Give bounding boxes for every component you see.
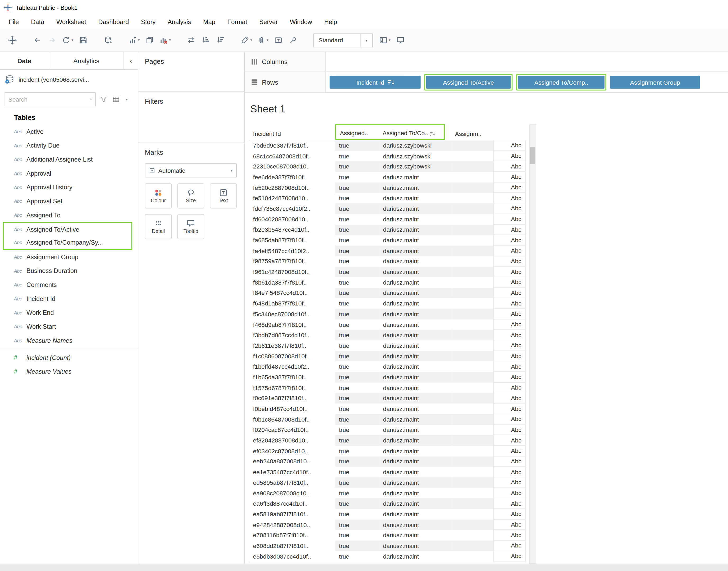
cell-assignment-group[interactable]: [451, 414, 493, 425]
cell-active[interactable]: true: [335, 551, 379, 562]
cell-active[interactable]: true: [335, 361, 379, 372]
cell-active[interactable]: true: [335, 520, 379, 530]
cell-assignment-group[interactable]: [451, 172, 493, 183]
show-mark-labels-button[interactable]: [271, 32, 285, 48]
menu-item[interactable]: Story: [135, 15, 161, 29]
cell-assignment-group[interactable]: [451, 266, 493, 277]
cell-company[interactable]: dariusz.maint: [379, 235, 451, 246]
cell-assignment-group[interactable]: [451, 467, 493, 477]
cell-assignment-group[interactable]: [451, 530, 493, 541]
field-item[interactable]: Abc Comments: [0, 278, 138, 292]
cell-measure[interactable]: Abc: [493, 446, 526, 456]
column-header-assigned-active[interactable]: Assigned..: [336, 130, 379, 139]
cell-measure[interactable]: Abc: [493, 541, 526, 551]
cell-assignment-group[interactable]: [451, 183, 493, 193]
size-button[interactable]: Size: [177, 184, 205, 209]
cell-assignment-group[interactable]: [451, 246, 493, 256]
cell-assignment-group[interactable]: [451, 361, 493, 372]
sort-descending-icon[interactable]: [388, 79, 394, 85]
cell-company[interactable]: dariusz.maint: [379, 435, 451, 446]
cell-assignment-group[interactable]: [451, 541, 493, 551]
cell-company[interactable]: dariusz.maint: [379, 541, 451, 551]
cell-active[interactable]: true: [335, 266, 379, 277]
menu-item[interactable]: Data: [25, 15, 50, 29]
cell-active[interactable]: true: [335, 225, 379, 235]
cell-incident-id[interactable]: fe520c2887008d10f..: [249, 183, 335, 193]
menu-item[interactable]: Dashboard: [92, 15, 135, 29]
cell-company[interactable]: dariusz.maint: [379, 404, 451, 414]
cell-incident-id[interactable]: e942842887008d10..: [249, 520, 335, 530]
cell-assignment-group[interactable]: [451, 225, 493, 235]
cell-measure[interactable]: Abc: [493, 330, 526, 340]
field-item[interactable]: Abc Work Start: [0, 320, 138, 334]
cell-company[interactable]: dariusz.maint: [379, 193, 451, 203]
cell-company[interactable]: dariusz.maint: [379, 288, 451, 298]
field-item[interactable]: Abc Assigned To/Company/Sy...: [4, 236, 131, 249]
cell-company[interactable]: dariusz.maint: [379, 256, 451, 266]
cell-measure[interactable]: Abc: [493, 425, 526, 435]
cell-assignment-group[interactable]: [451, 404, 493, 414]
cell-active[interactable]: true: [335, 246, 379, 256]
cell-incident-id[interactable]: ef32042887008d10..: [249, 435, 335, 446]
cell-incident-id[interactable]: e608dd2b87f7f810f..: [249, 541, 335, 551]
cell-incident-id[interactable]: f5c340ec87008d10f..: [249, 309, 335, 320]
cell-measure[interactable]: Abc: [493, 246, 526, 256]
cell-incident-id[interactable]: ea908c2087008d10..: [249, 488, 335, 498]
cell-assignment-group[interactable]: [451, 330, 493, 340]
search-box[interactable]: [5, 92, 96, 106]
cell-incident-id[interactable]: e5bdb3d087cc4d10f..: [249, 551, 335, 562]
pill-assigned-to-company[interactable]: Assigned To/Comp..: [518, 76, 605, 89]
cell-active[interactable]: true: [335, 425, 379, 435]
cell-company[interactable]: dariusz.maint: [379, 414, 451, 425]
cell-measure[interactable]: Abc: [493, 235, 526, 246]
cell-active[interactable]: true: [335, 140, 379, 151]
cell-assignment-group[interactable]: [451, 340, 493, 351]
menu-item[interactable]: File: [3, 15, 25, 29]
cell-measure[interactable]: Abc: [493, 372, 526, 383]
refresh-datasource-button[interactable]: ▾: [59, 32, 76, 48]
cell-assignment-group[interactable]: [451, 235, 493, 246]
cell-measure[interactable]: Abc: [493, 488, 526, 498]
cell-assignment-group[interactable]: [451, 319, 493, 330]
cell-assignment-group[interactable]: [451, 456, 493, 467]
cell-measure[interactable]: Abc: [493, 183, 526, 193]
cell-incident-id[interactable]: f3bdb7d087cc4d10f..: [249, 330, 335, 340]
cell-assignment-group[interactable]: [451, 277, 493, 288]
columns-shelf-droparea[interactable]: [326, 52, 728, 72]
cell-incident-id[interactable]: ea6ff3d887cc4d10f..: [249, 498, 335, 509]
mark-type-dropdown[interactable]: Automatic ▾: [145, 163, 237, 178]
clear-sheet-button[interactable]: ▾: [157, 32, 173, 48]
cell-active[interactable]: true: [335, 414, 379, 425]
cell-active[interactable]: true: [335, 256, 379, 266]
cell-incident-id[interactable]: ed5895ab87f7f810f..: [249, 477, 335, 488]
cell-active[interactable]: true: [335, 151, 379, 161]
cell-incident-id[interactable]: fd60402087008d10..: [249, 214, 335, 225]
new-worksheet-button[interactable]: ▾: [126, 32, 142, 48]
cell-active[interactable]: true: [335, 288, 379, 298]
cell-measure[interactable]: Abc: [493, 351, 526, 361]
measure-item[interactable]: # Measure Values: [0, 364, 138, 378]
duplicate-sheet-button[interactable]: [142, 32, 157, 48]
field-item[interactable]: Abc Approval: [0, 166, 138, 181]
pill-incident-id[interactable]: Incident Id: [330, 76, 421, 89]
cell-incident-id[interactable]: fa4eff5487cc4d10f2..: [249, 246, 335, 256]
cell-active[interactable]: true: [335, 393, 379, 404]
field-item[interactable]: Abc Assigned To/Active: [4, 223, 131, 236]
cell-active[interactable]: true: [335, 319, 379, 330]
cell-active[interactable]: true: [335, 372, 379, 383]
cell-measure[interactable]: Abc: [493, 382, 526, 393]
cell-company[interactable]: dariusz.maint: [379, 172, 451, 183]
fix-axes-button[interactable]: [285, 32, 300, 48]
cell-measure[interactable]: Abc: [493, 151, 526, 161]
sort-descending-button[interactable]: [213, 32, 228, 48]
field-item[interactable]: Abc Incident Id: [0, 292, 138, 306]
cell-measure[interactable]: Abc: [493, 435, 526, 446]
cell-assignment-group[interactable]: [451, 298, 493, 309]
column-header-assignment-group[interactable]: Assignm..: [451, 130, 493, 140]
chevron-down-icon[interactable]: ▾: [360, 33, 373, 46]
cell-active[interactable]: true: [335, 446, 379, 456]
rows-shelf-droparea[interactable]: Incident Id Assigned To/Active Assigned …: [326, 72, 728, 92]
cell-company[interactable]: dariusz.maint: [379, 498, 451, 509]
menu-item[interactable]: Worksheet: [50, 15, 92, 29]
cell-assignment-group[interactable]: [451, 203, 493, 214]
